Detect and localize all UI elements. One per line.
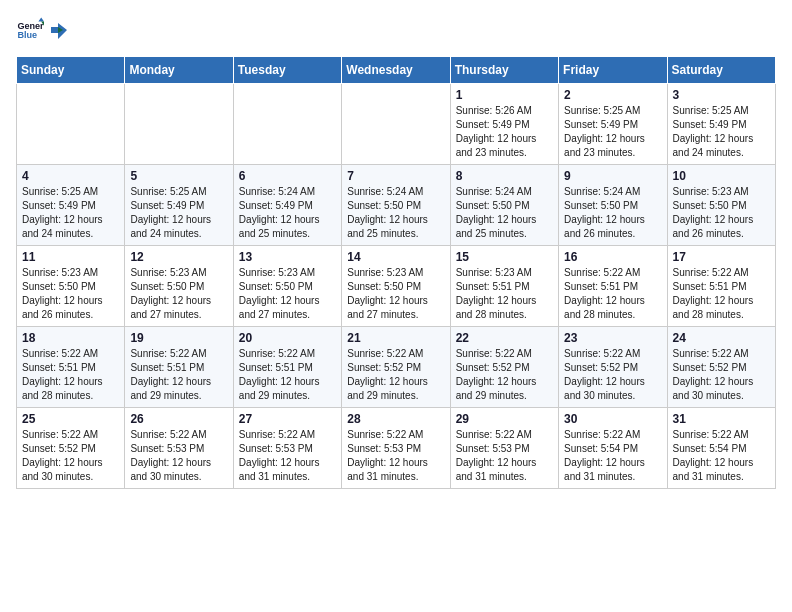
cell-content: Sunrise: 5:24 AMSunset: 5:50 PMDaylight:… <box>456 185 553 241</box>
day-number: 8 <box>456 169 553 183</box>
calendar-cell: 4Sunrise: 5:25 AMSunset: 5:49 PMDaylight… <box>17 165 125 246</box>
calendar-cell: 3Sunrise: 5:25 AMSunset: 5:49 PMDaylight… <box>667 84 775 165</box>
cell-content: Sunrise: 5:25 AMSunset: 5:49 PMDaylight:… <box>22 185 119 241</box>
calendar-cell <box>17 84 125 165</box>
calendar-cell: 7Sunrise: 5:24 AMSunset: 5:50 PMDaylight… <box>342 165 450 246</box>
calendar-table: SundayMondayTuesdayWednesdayThursdayFrid… <box>16 56 776 489</box>
calendar-week-2: 4Sunrise: 5:25 AMSunset: 5:49 PMDaylight… <box>17 165 776 246</box>
day-number: 20 <box>239 331 336 345</box>
cell-content: Sunrise: 5:22 AMSunset: 5:52 PMDaylight:… <box>673 347 770 403</box>
page-header: General Blue <box>16 16 776 44</box>
calendar-cell: 11Sunrise: 5:23 AMSunset: 5:50 PMDayligh… <box>17 246 125 327</box>
day-number: 2 <box>564 88 661 102</box>
calendar-cell: 24Sunrise: 5:22 AMSunset: 5:52 PMDayligh… <box>667 327 775 408</box>
day-number: 25 <box>22 412 119 426</box>
svg-marker-2 <box>38 17 44 21</box>
cell-content: Sunrise: 5:22 AMSunset: 5:52 PMDaylight:… <box>456 347 553 403</box>
calendar-cell: 1Sunrise: 5:26 AMSunset: 5:49 PMDaylight… <box>450 84 558 165</box>
calendar-cell: 29Sunrise: 5:22 AMSunset: 5:53 PMDayligh… <box>450 408 558 489</box>
column-header-monday: Monday <box>125 57 233 84</box>
cell-content: Sunrise: 5:23 AMSunset: 5:51 PMDaylight:… <box>456 266 553 322</box>
cell-content: Sunrise: 5:25 AMSunset: 5:49 PMDaylight:… <box>673 104 770 160</box>
calendar-cell <box>233 84 341 165</box>
cell-content: Sunrise: 5:22 AMSunset: 5:51 PMDaylight:… <box>22 347 119 403</box>
calendar-cell: 9Sunrise: 5:24 AMSunset: 5:50 PMDaylight… <box>559 165 667 246</box>
calendar-cell: 5Sunrise: 5:25 AMSunset: 5:49 PMDaylight… <box>125 165 233 246</box>
calendar-cell: 19Sunrise: 5:22 AMSunset: 5:51 PMDayligh… <box>125 327 233 408</box>
calendar-cell: 6Sunrise: 5:24 AMSunset: 5:49 PMDaylight… <box>233 165 341 246</box>
calendar-cell: 20Sunrise: 5:22 AMSunset: 5:51 PMDayligh… <box>233 327 341 408</box>
day-number: 19 <box>130 331 227 345</box>
day-number: 26 <box>130 412 227 426</box>
column-header-tuesday: Tuesday <box>233 57 341 84</box>
cell-content: Sunrise: 5:23 AMSunset: 5:50 PMDaylight:… <box>239 266 336 322</box>
day-number: 17 <box>673 250 770 264</box>
calendar-week-1: 1Sunrise: 5:26 AMSunset: 5:49 PMDaylight… <box>17 84 776 165</box>
calendar-cell: 8Sunrise: 5:24 AMSunset: 5:50 PMDaylight… <box>450 165 558 246</box>
day-number: 1 <box>456 88 553 102</box>
logo-icon: General Blue <box>16 16 44 44</box>
cell-content: Sunrise: 5:24 AMSunset: 5:50 PMDaylight:… <box>347 185 444 241</box>
day-number: 29 <box>456 412 553 426</box>
cell-content: Sunrise: 5:25 AMSunset: 5:49 PMDaylight:… <box>564 104 661 160</box>
cell-content: Sunrise: 5:22 AMSunset: 5:51 PMDaylight:… <box>130 347 227 403</box>
day-number: 12 <box>130 250 227 264</box>
calendar-body: 1Sunrise: 5:26 AMSunset: 5:49 PMDaylight… <box>17 84 776 489</box>
day-number: 7 <box>347 169 444 183</box>
calendar-cell: 13Sunrise: 5:23 AMSunset: 5:50 PMDayligh… <box>233 246 341 327</box>
day-number: 24 <box>673 331 770 345</box>
calendar-cell: 22Sunrise: 5:22 AMSunset: 5:52 PMDayligh… <box>450 327 558 408</box>
calendar-cell <box>342 84 450 165</box>
calendar-cell: 16Sunrise: 5:22 AMSunset: 5:51 PMDayligh… <box>559 246 667 327</box>
cell-content: Sunrise: 5:22 AMSunset: 5:54 PMDaylight:… <box>564 428 661 484</box>
day-number: 15 <box>456 250 553 264</box>
day-number: 18 <box>22 331 119 345</box>
calendar-cell: 30Sunrise: 5:22 AMSunset: 5:54 PMDayligh… <box>559 408 667 489</box>
svg-text:General: General <box>17 21 44 31</box>
calendar-cell <box>125 84 233 165</box>
cell-content: Sunrise: 5:22 AMSunset: 5:52 PMDaylight:… <box>347 347 444 403</box>
day-number: 28 <box>347 412 444 426</box>
day-number: 5 <box>130 169 227 183</box>
logo-flag-icon <box>49 21 67 39</box>
calendar-cell: 17Sunrise: 5:22 AMSunset: 5:51 PMDayligh… <box>667 246 775 327</box>
day-number: 30 <box>564 412 661 426</box>
column-header-wednesday: Wednesday <box>342 57 450 84</box>
cell-content: Sunrise: 5:22 AMSunset: 5:54 PMDaylight:… <box>673 428 770 484</box>
day-number: 27 <box>239 412 336 426</box>
cell-content: Sunrise: 5:23 AMSunset: 5:50 PMDaylight:… <box>22 266 119 322</box>
calendar-week-4: 18Sunrise: 5:22 AMSunset: 5:51 PMDayligh… <box>17 327 776 408</box>
logo: General Blue <box>16 16 68 44</box>
column-header-sunday: Sunday <box>17 57 125 84</box>
day-number: 11 <box>22 250 119 264</box>
svg-text:Blue: Blue <box>17 30 37 40</box>
calendar-cell: 10Sunrise: 5:23 AMSunset: 5:50 PMDayligh… <box>667 165 775 246</box>
cell-content: Sunrise: 5:22 AMSunset: 5:51 PMDaylight:… <box>239 347 336 403</box>
calendar-cell: 26Sunrise: 5:22 AMSunset: 5:53 PMDayligh… <box>125 408 233 489</box>
day-number: 4 <box>22 169 119 183</box>
cell-content: Sunrise: 5:22 AMSunset: 5:53 PMDaylight:… <box>456 428 553 484</box>
cell-content: Sunrise: 5:22 AMSunset: 5:53 PMDaylight:… <box>347 428 444 484</box>
calendar-cell: 28Sunrise: 5:22 AMSunset: 5:53 PMDayligh… <box>342 408 450 489</box>
cell-content: Sunrise: 5:22 AMSunset: 5:51 PMDaylight:… <box>673 266 770 322</box>
day-number: 22 <box>456 331 553 345</box>
calendar-cell: 25Sunrise: 5:22 AMSunset: 5:52 PMDayligh… <box>17 408 125 489</box>
cell-content: Sunrise: 5:24 AMSunset: 5:49 PMDaylight:… <box>239 185 336 241</box>
calendar-header-row: SundayMondayTuesdayWednesdayThursdayFrid… <box>17 57 776 84</box>
day-number: 14 <box>347 250 444 264</box>
calendar-cell: 14Sunrise: 5:23 AMSunset: 5:50 PMDayligh… <box>342 246 450 327</box>
day-number: 13 <box>239 250 336 264</box>
cell-content: Sunrise: 5:22 AMSunset: 5:51 PMDaylight:… <box>564 266 661 322</box>
column-header-thursday: Thursday <box>450 57 558 84</box>
column-header-saturday: Saturday <box>667 57 775 84</box>
calendar-cell: 12Sunrise: 5:23 AMSunset: 5:50 PMDayligh… <box>125 246 233 327</box>
cell-content: Sunrise: 5:25 AMSunset: 5:49 PMDaylight:… <box>130 185 227 241</box>
cell-content: Sunrise: 5:22 AMSunset: 5:52 PMDaylight:… <box>22 428 119 484</box>
day-number: 9 <box>564 169 661 183</box>
cell-content: Sunrise: 5:22 AMSunset: 5:52 PMDaylight:… <box>564 347 661 403</box>
calendar-cell: 23Sunrise: 5:22 AMSunset: 5:52 PMDayligh… <box>559 327 667 408</box>
cell-content: Sunrise: 5:23 AMSunset: 5:50 PMDaylight:… <box>673 185 770 241</box>
calendar-cell: 21Sunrise: 5:22 AMSunset: 5:52 PMDayligh… <box>342 327 450 408</box>
cell-content: Sunrise: 5:22 AMSunset: 5:53 PMDaylight:… <box>239 428 336 484</box>
day-number: 10 <box>673 169 770 183</box>
